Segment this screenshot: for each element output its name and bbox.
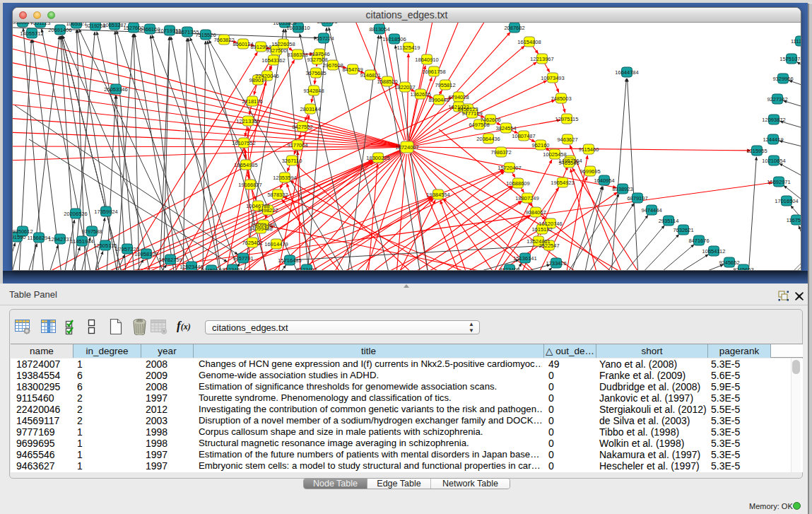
svg-text:3267110: 3267110 xyxy=(282,158,302,164)
svg-text:9084067: 9084067 xyxy=(525,209,546,216)
svg-text:11451944: 11451944 xyxy=(71,238,94,245)
svg-text:962160: 962160 xyxy=(531,142,549,148)
svg-text:9177004: 9177004 xyxy=(287,142,307,148)
svg-text:8123402: 8123402 xyxy=(296,267,317,271)
svg-text:20206526: 20206526 xyxy=(64,211,87,217)
svg-text:12505135: 12505135 xyxy=(93,243,117,249)
svg-text:9245012: 9245012 xyxy=(201,267,221,271)
svg-text:989017: 989017 xyxy=(249,77,266,83)
svg-text:15720407: 15720407 xyxy=(498,165,521,171)
svg-text:16782759: 16782759 xyxy=(158,257,182,263)
svg-text:16543362: 16543362 xyxy=(261,57,285,64)
svg-text:7651123: 7651123 xyxy=(30,23,51,26)
svg-text:10958107: 10958107 xyxy=(134,251,158,257)
svg-text:8990448: 8990448 xyxy=(428,97,449,103)
svg-text:12213967: 12213967 xyxy=(530,56,553,62)
svg-text:9245653: 9245653 xyxy=(733,267,753,271)
svg-text:26053346: 26053346 xyxy=(104,86,127,93)
svg-text:1640954: 1640954 xyxy=(594,177,614,184)
svg-text:7485003: 7485003 xyxy=(551,95,571,102)
svg-text:8123403: 8123403 xyxy=(499,267,519,271)
svg-text:19654985: 19654985 xyxy=(234,162,257,168)
svg-text:11325419: 11325419 xyxy=(397,45,420,51)
svg-text:2522547: 2522547 xyxy=(539,243,559,249)
svg-text:3498222: 3498222 xyxy=(257,207,278,214)
svg-text:8427552: 8427552 xyxy=(292,124,312,130)
svg-text:15692971: 15692971 xyxy=(767,179,790,185)
svg-text:1615132: 1615132 xyxy=(531,226,552,233)
svg-text:18300225: 18300225 xyxy=(366,155,389,161)
svg-text:9777169: 9777169 xyxy=(461,110,482,117)
svg-text:6879197: 6879197 xyxy=(627,195,647,201)
svg-text:16644784: 16644784 xyxy=(615,69,638,76)
svg-text:8215955: 8215955 xyxy=(746,148,767,154)
svg-text:7632621: 7632621 xyxy=(673,227,693,233)
svg-text:15136141: 15136141 xyxy=(513,255,536,262)
svg-text:2718176: 2718176 xyxy=(242,98,262,105)
svg-text:16961758: 16961758 xyxy=(422,69,445,75)
svg-text:14055712: 14055712 xyxy=(20,30,43,37)
svg-text:19218506: 19218506 xyxy=(382,36,406,42)
svg-text:3824554: 3824554 xyxy=(495,125,516,132)
svg-text:8123401: 8123401 xyxy=(222,267,242,271)
svg-text:1822037: 1822037 xyxy=(394,84,415,90)
svg-text:15226058: 15226058 xyxy=(271,41,295,47)
svg-text:10973493: 10973493 xyxy=(541,75,564,81)
svg-text:16033810: 16033810 xyxy=(286,25,310,31)
svg-text:7663822: 7663822 xyxy=(213,37,234,43)
svg-text:16107552: 16107552 xyxy=(232,140,255,146)
svg-text:391590: 391590 xyxy=(13,234,26,240)
svg-text:1167533: 1167533 xyxy=(787,217,801,223)
svg-text:18640910: 18640910 xyxy=(415,57,438,63)
svg-text:9327500: 9327500 xyxy=(266,47,286,54)
svg-text:10807487: 10807487 xyxy=(512,133,535,139)
svg-text:19384554: 19384554 xyxy=(426,192,449,198)
svg-text:5878332: 5878332 xyxy=(267,192,288,198)
svg-text:9797588: 9797588 xyxy=(81,228,102,235)
svg-text:9699695: 9699695 xyxy=(579,168,600,175)
svg-text:7515526: 7515526 xyxy=(195,32,216,38)
svg-text:12353594: 12353594 xyxy=(273,175,296,181)
svg-text:7625402: 7625402 xyxy=(242,240,262,246)
svg-text:6794028: 6794028 xyxy=(448,94,469,100)
svg-text:1065327: 1065327 xyxy=(66,23,86,27)
svg-text:16914479: 16914479 xyxy=(264,241,288,247)
svg-text:17359924: 17359924 xyxy=(94,209,117,215)
svg-text:7986372: 7986372 xyxy=(490,149,511,156)
svg-text:10688609: 10688609 xyxy=(506,180,529,187)
svg-text:7955812: 7955812 xyxy=(435,82,455,88)
svg-text:16154808: 16154808 xyxy=(517,39,541,45)
svg-text:7557224: 7557224 xyxy=(313,35,334,42)
svg-text:2803144: 2803144 xyxy=(300,106,320,112)
svg-text:6466160: 6466160 xyxy=(139,26,160,33)
svg-text:8813055: 8813055 xyxy=(317,23,337,25)
svg-text:18807249: 18807249 xyxy=(515,195,539,201)
svg-text:8938923: 8938923 xyxy=(612,186,632,192)
svg-text:10654112: 10654112 xyxy=(702,248,726,255)
svg-text:11568294: 11568294 xyxy=(28,235,51,241)
svg-text:19166827: 19166827 xyxy=(238,182,261,188)
svg-text:9463627: 9463627 xyxy=(557,136,577,143)
svg-text:9245652: 9245652 xyxy=(719,259,739,266)
svg-text:2967608: 2967608 xyxy=(322,62,343,69)
svg-text:20691406: 20691406 xyxy=(48,27,71,33)
svg-text:8471676: 8471676 xyxy=(688,238,709,244)
svg-text:12213369: 12213369 xyxy=(236,118,259,124)
svg-text:20364436: 20364436 xyxy=(476,136,500,142)
svg-text:1244419: 1244419 xyxy=(763,136,783,143)
svg-text:8186328: 8186328 xyxy=(287,52,307,58)
svg-text:9474444: 9474444 xyxy=(641,207,661,214)
svg-text:1362635: 1362635 xyxy=(410,91,430,98)
svg-text:12942737: 12942737 xyxy=(48,236,71,243)
svg-text:15751074: 15751074 xyxy=(779,56,801,62)
svg-text:10210654: 10210654 xyxy=(762,158,785,164)
svg-text:10025458: 10025458 xyxy=(543,151,566,158)
svg-text:9146821: 9146821 xyxy=(360,72,380,78)
svg-text:3675685: 3675685 xyxy=(305,70,326,76)
svg-text:2087682: 2087682 xyxy=(504,25,524,31)
svg-text:2935114: 2935114 xyxy=(659,218,679,224)
svg-text:12093872: 12093872 xyxy=(762,117,785,123)
svg-text:15716485: 15716485 xyxy=(278,257,301,264)
svg-text:6497568: 6497568 xyxy=(469,122,489,128)
svg-text:1112834: 1112834 xyxy=(791,38,801,45)
